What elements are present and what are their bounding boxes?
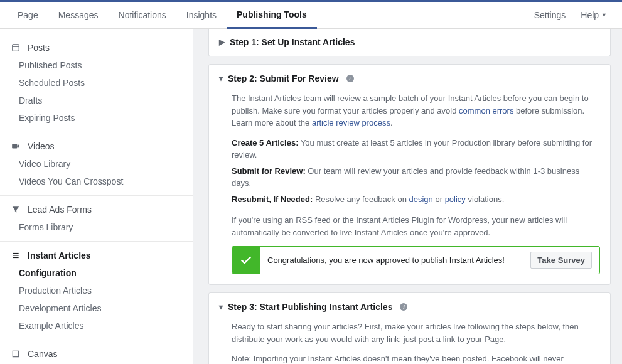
tab-notifications[interactable]: Notifications bbox=[109, 2, 176, 29]
step1-title: Step 1: Set Up Instant Articles bbox=[230, 37, 355, 47]
nav-help[interactable]: Help ▼ bbox=[573, 10, 614, 20]
nav-settings[interactable]: Settings bbox=[527, 10, 574, 20]
link-article-review-process[interactable]: article review process bbox=[312, 118, 390, 127]
tab-messages[interactable]: Messages bbox=[48, 2, 109, 29]
step2-intro: The Instant Articles team will review a … bbox=[232, 92, 600, 129]
sidebar-header-instant-articles[interactable]: Instant Articles bbox=[0, 247, 193, 264]
sidebar-item-scheduled-posts[interactable]: Scheduled Posts bbox=[0, 74, 193, 92]
step1-panel: ▶ Step 1: Set Up Instant Articles bbox=[208, 29, 611, 56]
sidebar: Posts Published Posts Scheduled Posts Dr… bbox=[0, 29, 193, 364]
sidebar-header-videos-label: Videos bbox=[28, 141, 55, 151]
sidebar-header-videos[interactable]: Videos bbox=[0, 137, 193, 155]
svg-rect-2 bbox=[12, 144, 17, 149]
step3-title: Step 3: Start Publishing Instant Article… bbox=[228, 302, 392, 312]
step2-header[interactable]: ▾ Step 2: Submit For Review i bbox=[209, 65, 610, 92]
sidebar-item-expiring-posts[interactable]: Expiring Posts bbox=[0, 109, 193, 127]
canvas-icon bbox=[11, 350, 21, 358]
tab-insights[interactable]: Insights bbox=[176, 2, 227, 29]
filter-icon bbox=[11, 205, 21, 214]
step2-title: Step 2: Submit For Review bbox=[228, 73, 339, 83]
sidebar-item-configuration[interactable]: Configuration bbox=[0, 264, 193, 282]
step3-panel: ▾ Step 3: Start Publishing Instant Artic… bbox=[208, 292, 611, 364]
sidebar-item-published-posts[interactable]: Published Posts bbox=[0, 56, 193, 74]
step3-p2: Note: Importing your Instant Articles do… bbox=[232, 353, 600, 364]
success-banner: Congratulations, you are now approved to… bbox=[232, 246, 600, 274]
tab-publishing-tools[interactable]: Publishing Tools bbox=[227, 2, 317, 29]
info-icon[interactable]: i bbox=[400, 303, 407, 311]
sidebar-item-development-articles[interactable]: Development Articles bbox=[0, 299, 193, 317]
svg-rect-6 bbox=[13, 351, 18, 356]
sidebar-header-lead-forms[interactable]: Lead Ads Forms bbox=[0, 201, 193, 218]
sidebar-item-example-articles[interactable]: Example Articles bbox=[0, 317, 193, 335]
top-nav: Page Messages Notifications Insights Pub… bbox=[0, 2, 622, 29]
list-icon bbox=[11, 251, 21, 260]
step3-header[interactable]: ▾ Step 3: Start Publishing Instant Artic… bbox=[209, 293, 610, 321]
step2-rss-note: If you're using an RSS feed or the Insta… bbox=[232, 214, 600, 238]
chevron-down-icon: ▾ bbox=[219, 302, 223, 311]
sidebar-header-canvas-label: Canvas bbox=[28, 349, 57, 359]
sidebar-item-videos-crosspost[interactable]: Videos You Can Crosspost bbox=[0, 173, 193, 190]
step2-create-articles: Create 5 Articles: You must create at le… bbox=[232, 137, 600, 161]
video-icon bbox=[11, 142, 21, 151]
link-design[interactable]: design bbox=[409, 195, 433, 204]
step1-header[interactable]: ▶ Step 1: Set Up Instant Articles bbox=[209, 29, 610, 56]
sidebar-item-forms-library[interactable]: Forms Library bbox=[0, 218, 193, 236]
sidebar-header-posts[interactable]: Posts bbox=[0, 39, 193, 56]
step3-p1: Ready to start sharing your articles? Fi… bbox=[232, 321, 600, 345]
chevron-right-icon: ▶ bbox=[219, 38, 225, 46]
main-content: ▶ Step 1: Set Up Instant Articles ▾ Step… bbox=[193, 29, 622, 364]
caret-down-icon: ▼ bbox=[601, 12, 607, 18]
sidebar-item-video-library[interactable]: Video Library bbox=[0, 155, 193, 173]
link-policy[interactable]: policy bbox=[445, 195, 466, 204]
take-survey-button[interactable]: Take Survey bbox=[530, 252, 592, 269]
nav-help-label: Help bbox=[581, 10, 599, 20]
link-common-errors[interactable]: common errors bbox=[459, 106, 513, 115]
step2-submit-for-review: Submit for Review: Our team will review … bbox=[232, 165, 600, 190]
step2-panel: ▾ Step 2: Submit For Review i The Instan… bbox=[208, 64, 611, 285]
sidebar-header-posts-label: Posts bbox=[28, 43, 50, 53]
sidebar-header-lead-forms-label: Lead Ads Forms bbox=[28, 205, 92, 215]
info-icon[interactable]: i bbox=[346, 75, 354, 82]
tab-page[interactable]: Page bbox=[8, 2, 48, 29]
chevron-down-icon: ▾ bbox=[219, 74, 223, 83]
sidebar-header-canvas[interactable]: Canvas bbox=[0, 345, 193, 363]
sidebar-item-production-articles[interactable]: Production Articles bbox=[0, 282, 193, 299]
svg-rect-0 bbox=[13, 45, 19, 51]
step2-resubmit: Resubmit, If Needed: Resolve any feedbac… bbox=[232, 193, 600, 206]
posts-icon bbox=[11, 43, 21, 52]
sidebar-item-drafts[interactable]: Drafts bbox=[0, 92, 193, 109]
checkmark-icon bbox=[232, 247, 260, 274]
success-message: Congratulations, you are now approved to… bbox=[267, 254, 505, 267]
sidebar-header-instant-articles-label: Instant Articles bbox=[28, 250, 91, 260]
